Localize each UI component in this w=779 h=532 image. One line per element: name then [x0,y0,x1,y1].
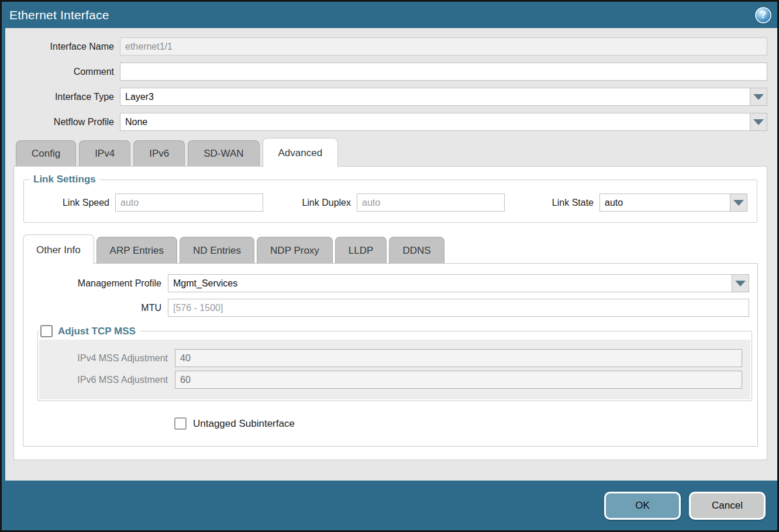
management-profile-input[interactable] [168,274,732,292]
interface-name-label: Interface Name [5,42,120,52]
subtab-ndp-proxy[interactable]: NDP Proxy [257,237,333,264]
mtu-input[interactable] [168,299,749,317]
interface-type-row: Interface Type [5,88,777,106]
ipv4-mss-label: IPv4 MSS Adjustment [39,353,175,364]
link-speed-input[interactable] [115,194,263,212]
management-profile-label: Management Profile [23,278,168,289]
netflow-profile-dropdown-button[interactable] [750,113,767,131]
ipv6-mss-row: IPv6 MSS Adjustment [39,371,750,389]
link-state-combo [599,194,747,212]
subtab-lldp[interactable]: LLDP [335,237,387,264]
adjust-tcp-mss-legend: Adjust TCP MSS [39,325,140,337]
interface-type-label: Interface Type [5,92,120,102]
management-profile-dropdown-button[interactable] [732,274,749,292]
interface-name-input [120,37,767,56]
dialog-title: Ethernet Interface [9,8,109,22]
interface-type-dropdown-button[interactable] [750,88,767,106]
subtab-other-info[interactable]: Other Info [23,234,94,264]
tab-sdwan[interactable]: SD-WAN [188,140,259,166]
untagged-subinterface-row: Untagged Subinterface [23,417,757,430]
untagged-subinterface-checkbox[interactable] [174,417,187,430]
chevron-down-icon [735,281,746,286]
comment-input[interactable] [120,63,767,81]
netflow-profile-input[interactable] [120,113,750,131]
main-tab-strip: Config IPv4 IPv6 SD-WAN Advanced [5,138,777,166]
link-settings-fieldset: Link Settings Link Speed Link Duplex Lin… [23,174,757,223]
comment-label: Comment [5,67,120,77]
link-state-dropdown-button[interactable] [730,194,747,212]
link-duplex-label: Link Duplex [263,198,357,208]
interface-type-input[interactable] [120,88,750,106]
comment-row: Comment [5,63,777,81]
link-speed-label: Link Speed [24,198,115,208]
subtab-ddns[interactable]: DDNS [389,237,444,264]
netflow-profile-combo [120,113,767,131]
subtab-arp-entries[interactable]: ARP Entries [96,237,177,264]
adjust-tcp-mss-body: IPv4 MSS Adjustment IPv6 MSS Adjustment [39,340,750,399]
untagged-subinterface-label: Untagged Subinterface [193,418,295,430]
netflow-profile-row: Netflow Profile [5,113,777,131]
cancel-button[interactable]: Cancel [689,492,766,520]
chevron-down-icon [733,200,744,206]
tab-config[interactable]: Config [16,140,76,166]
link-settings-row: Link Speed Link Duplex Link State [24,190,757,213]
mtu-label: MTU [23,303,168,313]
ipv4-mss-input [175,349,742,367]
mtu-row: MTU [23,299,757,317]
sub-tab-strip: Other Info ARP Entries ND Entries NDP Pr… [23,234,758,264]
link-settings-legend: Link Settings [30,174,99,185]
chevron-down-icon [753,94,764,100]
dialog-footer: OK Cancel [2,481,777,530]
management-profile-combo [168,274,749,292]
other-info-panel: Management Profile MTU [23,263,758,447]
ipv4-mss-row: IPv4 MSS Adjustment [39,349,750,367]
management-profile-row: Management Profile [23,274,757,292]
ipv6-mss-input [175,371,742,389]
interface-name-row: Interface Name [5,37,777,56]
title-bar: Ethernet Interface ? [2,2,777,28]
ethernet-interface-dialog: Ethernet Interface ? Interface Name Comm… [0,0,779,532]
chevron-down-icon [753,119,764,125]
interface-type-combo [120,88,767,106]
link-state-input[interactable] [599,194,730,212]
netflow-profile-label: Netflow Profile [5,117,120,127]
adjust-tcp-mss-legend-text: Adjust TCP MSS [58,326,136,337]
tab-ipv4[interactable]: IPv4 [79,140,130,166]
adjust-tcp-mss-fieldset: Adjust TCP MSS IPv4 MSS Adjustment IPv6 … [37,325,752,401]
advanced-tab-panel: Link Settings Link Speed Link Duplex Lin… [13,166,767,460]
tab-ipv6[interactable]: IPv6 [133,140,185,166]
ok-button[interactable]: OK [604,492,681,520]
link-duplex-input[interactable] [357,194,505,212]
subtab-nd-entries[interactable]: ND Entries [180,237,254,264]
ipv6-mss-label: IPv6 MSS Adjustment [39,375,175,385]
help-icon[interactable]: ? [755,7,771,23]
tab-advanced[interactable]: Advanced [263,138,339,167]
link-state-label: Link State [505,198,599,208]
dialog-body: Interface Name Comment Interface Type [5,28,777,481]
adjust-tcp-mss-checkbox[interactable] [40,325,53,337]
